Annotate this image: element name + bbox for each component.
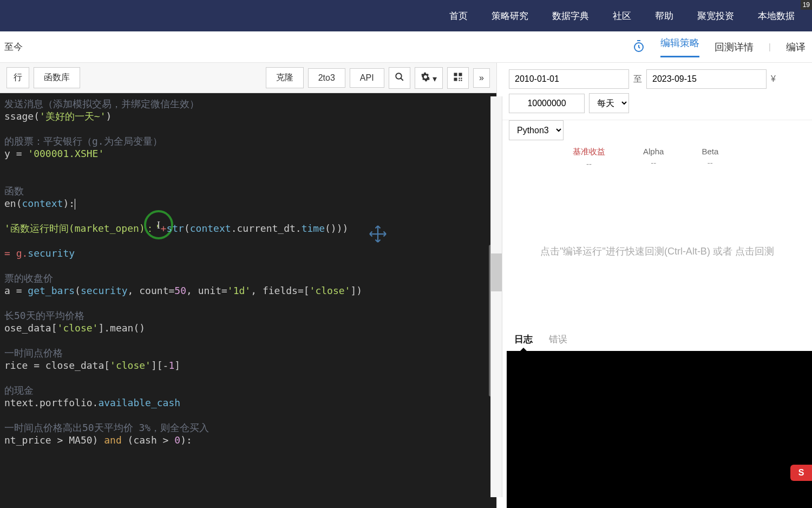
code-comment: 一时间点价格 [4,347,63,359]
date-from-input[interactable] [509,69,629,89]
metric-beta[interactable]: Beta-- [702,147,718,168]
nav-invest[interactable]: 聚宽投资 [685,10,746,22]
tab-log[interactable]: 日志 [514,333,533,346]
code-comment: 长50天的平均价格 [4,310,84,321]
code-editor[interactable]: 发送消息（添加模拟交易，并绑定微信生效） ssage('美好的一天~') 的股票… [0,93,496,508]
notification-badge[interactable]: 19 [801,0,812,10]
sub-bar: 至今 编辑策略 回测详情 | 编译 [0,31,812,63]
metric-benchmark[interactable]: 基准收益-- [573,147,605,168]
timer-icon[interactable] [632,40,645,55]
code-comment: 函数 [4,185,24,197]
backtest-hint: 点击"编译运行"进行快速回测(Ctrl-Alt-B) 或者 点击回测 [502,175,812,328]
date-to-input[interactable] [646,69,767,89]
backtest-params: 至 ¥ 每天 [502,63,812,120]
amount-input[interactable] [509,94,585,113]
metrics-row: 基准收益-- Alpha-- Beta-- [502,145,812,175]
tab-backtest-detail[interactable]: 回测详情 [715,41,754,54]
settings-button[interactable]: ▾ [415,67,443,89]
tab-edit-strategy[interactable]: 编辑策略 [660,36,699,57]
code-comment: 发送消息（添加模拟交易，并绑定微信生效） [4,98,199,109]
svg-rect-5 [459,77,460,79]
nav-strategy[interactable]: 策略研究 [480,10,540,22]
log-tabs: 日志 错误 [502,328,812,351]
svg-point-1 [396,73,402,79]
metric-alpha[interactable]: Alpha-- [643,147,664,168]
currency-label: ¥ [771,74,776,84]
svg-rect-8 [461,80,462,81]
svg-rect-7 [459,80,460,81]
code-comment: 的现金 [4,385,34,396]
nav-home[interactable]: 首页 [437,10,480,22]
strategy-title: 至今 [4,41,23,53]
nav-data-dict[interactable]: 数据字典 [540,10,601,22]
more-button[interactable]: » [473,68,490,88]
2to3-button[interactable]: 2to3 [308,68,345,88]
freq-select[interactable]: 每天 [589,93,629,113]
svg-rect-3 [459,73,462,76]
run-button[interactable]: 行 [6,67,29,88]
code-comment: 票的收盘价 [4,272,53,284]
search-button[interactable] [389,67,410,89]
nav-community[interactable]: 社区 [601,10,643,22]
tab-error[interactable]: 错误 [549,333,567,346]
qr-button[interactable] [447,67,469,89]
nav-help[interactable]: 帮助 [643,10,685,22]
svg-rect-4 [454,77,457,81]
api-button[interactable]: API [350,68,384,88]
code-comment: 的股票：平安银行（g.为全局变量） [4,135,162,147]
svg-rect-2 [454,73,457,76]
text-cursor [75,199,75,210]
code-comment: 一时间点价格高出50天平均价 3%，则全仓买入 [4,422,209,433]
clone-button[interactable]: 克隆 [266,67,304,88]
to-label: 至 [633,74,642,85]
tab-compile[interactable]: 编译 [786,41,806,54]
lang-select[interactable]: Python3 [509,120,564,140]
log-output[interactable] [507,351,812,508]
funclib-button[interactable]: 函数库 [34,67,80,88]
nav-local-data[interactable]: 本地数据 [746,10,807,22]
svg-rect-6 [461,77,462,79]
separator: | [769,42,771,52]
top-nav: 首页 策略研究 数据字典 社区 帮助 聚宽投资 本地数据 19 [0,0,812,31]
ime-indicator[interactable]: S [790,465,812,481]
editor-toolbar: 行 函数库 克隆 2to3 API ▾ » [0,63,496,93]
